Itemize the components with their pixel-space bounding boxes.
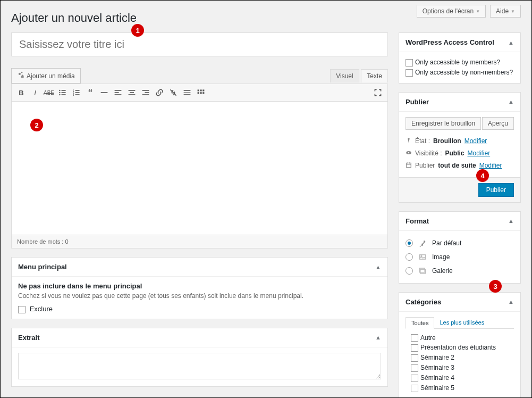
annotation-badge-1: 1: [131, 24, 144, 37]
eye-icon: [406, 150, 412, 157]
tab-all-categories[interactable]: Toutes: [406, 317, 434, 329]
save-draft-button[interactable]: Enregistrer le brouillon: [406, 117, 481, 130]
exclude-checkbox[interactable]: [18, 306, 26, 313]
format-box-title: Format: [406, 217, 429, 225]
svg-point-0: [19, 73, 21, 75]
category-item[interactable]: Autre: [411, 333, 514, 343]
strikethrough-icon[interactable]: ABE: [43, 86, 55, 99]
format-gallery-radio[interactable]: [406, 267, 413, 275]
category-item[interactable]: Séminaire 3: [411, 363, 514, 373]
align-center-icon[interactable]: [125, 86, 138, 99]
format-default-label: Par défaut: [432, 239, 461, 247]
schedule-value: tout de suite: [438, 162, 476, 169]
svg-rect-28: [200, 89, 201, 91]
svg-point-3: [59, 92, 60, 93]
svg-rect-24: [184, 90, 191, 91]
tab-most-used-categories[interactable]: Les plus utilisées: [434, 317, 489, 328]
svg-rect-30: [198, 92, 199, 94]
category-checkbox[interactable]: [411, 375, 418, 382]
svg-rect-19: [129, 94, 136, 95]
preview-button[interactable]: Aperçu: [482, 117, 514, 130]
collapse-icon[interactable]: ▲: [508, 98, 514, 105]
svg-rect-27: [198, 89, 199, 91]
edit-schedule-link[interactable]: Modifier: [479, 162, 502, 169]
exclude-option[interactable]: Exclure: [18, 305, 53, 313]
add-media-label: Ajouter un média: [27, 72, 75, 80]
word-count: Nombre de mots : 0: [12, 235, 387, 248]
format-gallery-label: Galerie: [432, 267, 453, 275]
tab-text[interactable]: Texte: [361, 69, 388, 82]
collapse-icon[interactable]: ▲: [375, 264, 381, 270]
media-icon: [17, 71, 24, 80]
edit-visibility-link[interactable]: Modifier: [467, 150, 490, 157]
collapse-icon[interactable]: ▲: [508, 218, 514, 224]
calendar-icon: [406, 162, 412, 170]
svg-point-33: [408, 138, 410, 140]
svg-point-35: [408, 152, 409, 153]
fullscreen-icon[interactable]: [371, 86, 384, 99]
editor-content[interactable]: [12, 102, 387, 235]
excerpt-textarea[interactable]: [18, 353, 381, 379]
format-image-radio[interactable]: [406, 253, 413, 261]
category-item[interactable]: Séminaire 5: [411, 383, 514, 393]
hr-icon[interactable]: [98, 86, 111, 99]
category-item[interactable]: Présentation des étudiants: [411, 343, 514, 353]
svg-rect-32: [202, 92, 204, 94]
visibility-label: Visibilité :: [415, 150, 442, 157]
format-default-radio[interactable]: [406, 239, 413, 247]
edit-status-link[interactable]: Modifier: [465, 137, 487, 145]
collapse-icon[interactable]: ▲: [375, 334, 381, 341]
align-right-icon[interactable]: [139, 86, 152, 99]
pin-icon: [417, 238, 428, 248]
collapse-icon[interactable]: ▲: [508, 298, 514, 305]
category-checkbox[interactable]: [411, 334, 418, 342]
category-item[interactable]: Séminaire 2: [411, 353, 514, 363]
category-checkbox[interactable]: [411, 344, 418, 352]
nonmembers-only-option[interactable]: Only accessible by non-members?: [406, 68, 514, 78]
nonmembers-only-checkbox[interactable]: [406, 69, 413, 77]
quote-icon[interactable]: “: [84, 86, 97, 99]
image-icon: [417, 252, 428, 262]
add-media-button[interactable]: Ajouter un média: [11, 68, 81, 84]
svg-rect-36: [407, 163, 411, 167]
gallery-icon: [417, 266, 428, 276]
svg-rect-29: [202, 89, 204, 91]
format-image-label: Image: [432, 253, 450, 261]
bold-icon[interactable]: B: [15, 86, 28, 99]
screen-options-button[interactable]: Options de l'écran: [417, 5, 486, 18]
category-checkbox[interactable]: [411, 364, 418, 372]
svg-rect-31: [200, 92, 201, 94]
svg-rect-15: [115, 92, 119, 93]
svg-rect-10: [75, 92, 80, 93]
align-left-icon[interactable]: [112, 86, 124, 99]
svg-rect-13: [101, 92, 108, 93]
tab-visual[interactable]: Visuel: [330, 69, 359, 82]
unlink-icon[interactable]: [167, 86, 180, 99]
svg-point-1: [59, 90, 60, 91]
svg-rect-14: [115, 90, 122, 91]
toolbar-toggle-icon[interactable]: [195, 86, 207, 99]
numbered-list-icon[interactable]: 123: [70, 86, 83, 99]
category-item[interactable]: Séminaire 4: [411, 373, 514, 383]
members-only-option[interactable]: Only accessible by members?: [406, 57, 514, 68]
schedule-label: Publier: [415, 162, 435, 169]
category-checkbox[interactable]: [411, 354, 418, 362]
exclude-label: Exclure: [30, 305, 53, 313]
post-title-input[interactable]: [11, 32, 388, 56]
visibility-value: Public: [445, 150, 464, 157]
italic-icon[interactable]: I: [29, 86, 41, 99]
category-checkbox[interactable]: [411, 385, 418, 392]
exclude-help-text: Cochez si vous ne voulez pas que cette p…: [18, 292, 381, 300]
status-label: État :: [415, 137, 430, 145]
publish-button[interactable]: Publier: [478, 183, 514, 197]
svg-rect-16: [115, 94, 122, 95]
bullet-list-icon[interactable]: [56, 86, 69, 99]
status-value: Brouillon: [433, 137, 461, 145]
more-icon[interactable]: [181, 86, 193, 99]
members-only-checkbox[interactable]: [406, 59, 413, 67]
link-icon[interactable]: [153, 86, 166, 99]
annotation-badge-3: 3: [489, 280, 502, 293]
editor-toolbar: B I ABE 123 “: [12, 84, 387, 102]
help-button[interactable]: Aide: [490, 5, 521, 18]
collapse-icon[interactable]: ▲: [508, 39, 514, 46]
